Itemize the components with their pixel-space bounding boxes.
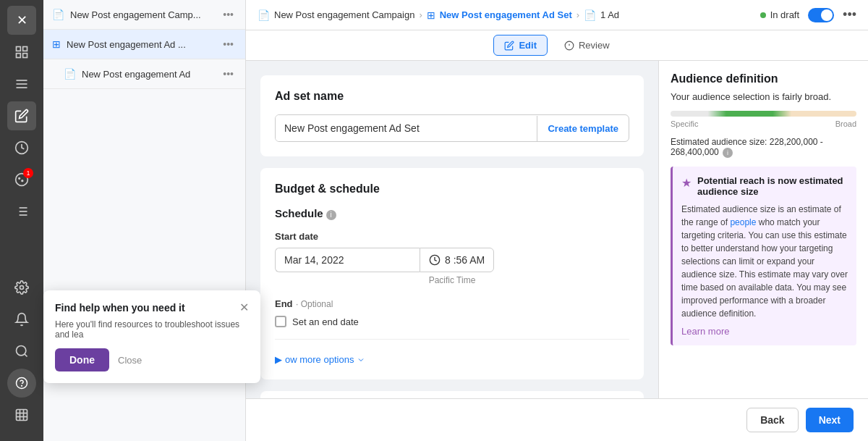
audience-definition-title: Audience definition xyxy=(671,72,856,85)
end-date-checkbox[interactable] xyxy=(275,316,286,327)
help-popup-close-x-button[interactable]: ✕ xyxy=(239,302,249,314)
campaign-item-label: New Post engagement Camp... xyxy=(70,9,214,20)
adset-item-icon: ⊞ xyxy=(52,38,61,50)
budget-schedule-section: Budget & schedule Schedule i Start date … xyxy=(260,168,644,379)
ad-set-name-section: Ad set name Create template xyxy=(260,75,644,156)
campaign-item-icon: 📄 xyxy=(52,9,64,20)
audience-size-text: Estimated audience size: 228,200,000 - 2… xyxy=(671,137,856,158)
people-link[interactable]: people xyxy=(730,217,756,227)
help-popup: Find help when you need it ✕ Here you'll… xyxy=(43,290,260,383)
ad-set-name-input-row: Create template xyxy=(275,114,629,142)
campaign-item-ad[interactable]: 📄 New Post engagement Ad ••• xyxy=(43,59,245,89)
nav-settings-icon[interactable] xyxy=(7,273,36,302)
svg-line-19 xyxy=(25,354,27,357)
help-popup-done-button[interactable]: Done xyxy=(55,348,109,371)
start-date-label: Start date xyxy=(275,231,629,242)
svg-point-17 xyxy=(20,286,24,290)
end-section: End · Optional Set an end date xyxy=(275,297,629,327)
show-more-text: ow more options xyxy=(285,354,354,365)
campaign-item-adset[interactable]: ⊞ New Post engagement Ad ... ••• xyxy=(43,30,245,59)
nav-cookie-icon[interactable]: 1 xyxy=(7,165,36,194)
campaign-item-more[interactable]: ••• xyxy=(220,7,237,22)
potential-reach-card: ★ Potential reach is now estimated audie… xyxy=(671,167,856,345)
meter-labels: Specific Broad xyxy=(671,119,856,128)
status-text: In draft xyxy=(770,9,799,20)
svg-point-10 xyxy=(22,180,23,182)
create-template-button[interactable]: Create template xyxy=(537,116,629,141)
svg-rect-2 xyxy=(17,54,21,58)
nav-help-icon[interactable] xyxy=(7,369,36,398)
breadcrumb-campaign-text: New Post engagement Campaign xyxy=(274,9,414,20)
ad-set-name-title: Ad set name xyxy=(275,90,629,103)
ad-item-more[interactable]: ••• xyxy=(220,67,237,81)
schedule-info-icon[interactable]: i xyxy=(326,210,336,220)
date-time-row: 8 :56 AM xyxy=(275,248,629,272)
start-time-input[interactable]: 8 :56 AM xyxy=(420,248,494,272)
draft-toggle[interactable] xyxy=(808,8,834,22)
show-more-options-button[interactable]: ▶ ow more options xyxy=(275,354,365,365)
ad-item-icon: 📄 xyxy=(64,68,76,80)
svg-point-9 xyxy=(19,178,20,180)
cookie-badge: 1 xyxy=(23,168,33,178)
breadcrumb: 📄 New Post engagement Campaign › ⊞ New P… xyxy=(258,9,619,21)
star-icon: ★ xyxy=(681,176,692,190)
nav-grid-icon[interactable] xyxy=(7,197,36,226)
help-popup-header: Find help when you need it ✕ xyxy=(55,302,249,314)
audience-meter: Specific Broad xyxy=(671,111,856,128)
breadcrumb-ad-icon: 📄 xyxy=(584,9,596,21)
more-options-button[interactable]: ••• xyxy=(843,7,856,22)
nav-table-icon[interactable] xyxy=(7,400,36,429)
help-popup-title: Find help when you need it xyxy=(55,302,185,314)
edit-review-tabs: Edit Review xyxy=(246,30,868,61)
tab-review[interactable]: Review xyxy=(553,35,621,56)
timezone-text: Pacific Time xyxy=(275,275,629,285)
end-date-label: Set an end date xyxy=(292,316,359,327)
end-optional-label: · Optional xyxy=(296,299,333,309)
nav-search-icon[interactable] xyxy=(7,337,36,366)
potential-reach-learn-more[interactable]: Learn more xyxy=(681,326,848,337)
svg-rect-22 xyxy=(17,410,27,421)
breadcrumb-adset-icon: ⊞ xyxy=(427,9,435,21)
help-popup-close-text-button[interactable]: Close xyxy=(118,355,142,366)
nav-bell-icon[interactable] xyxy=(7,305,36,334)
svg-rect-3 xyxy=(23,54,27,58)
show-more-label: ▶ xyxy=(275,354,282,365)
start-date-input[interactable] xyxy=(275,248,420,272)
schedule-label: Schedule xyxy=(275,207,323,219)
svg-rect-1 xyxy=(23,47,27,51)
tab-review-label: Review xyxy=(579,40,610,51)
campaign-item-campaign[interactable]: 📄 New Post engagement Camp... ••• xyxy=(43,0,245,30)
nav-edit-icon[interactable] xyxy=(7,101,36,130)
potential-reach-body: Estimated audience size is an estimate o… xyxy=(681,203,848,320)
next-button[interactable]: Next xyxy=(806,408,854,432)
svg-rect-0 xyxy=(17,47,21,51)
meter-bar xyxy=(671,111,856,117)
adset-item-label: New Post engagement Ad ... xyxy=(67,39,214,50)
audience-size-value: Estimated audience size: 228,200,000 - 2… xyxy=(671,137,823,157)
tab-edit[interactable]: Edit xyxy=(493,35,548,56)
tab-edit-label: Edit xyxy=(519,40,537,51)
ad-item-label: New Post engagement Ad xyxy=(82,69,214,80)
breadcrumb-ad-text: 1 Ad xyxy=(600,9,619,20)
meter-broad-label: Broad xyxy=(835,119,856,128)
nav-menu-icon[interactable] xyxy=(7,70,36,98)
bottom-bar: Back Next xyxy=(246,398,868,441)
sidebar-navigation: ✕ 1 xyxy=(0,0,43,441)
potential-reach-title: Potential reach is now estimated audienc… xyxy=(697,175,848,197)
breadcrumb-separator-2: › xyxy=(576,9,579,20)
ad-set-name-input[interactable] xyxy=(276,115,537,141)
breadcrumb-campaign-icon: 📄 xyxy=(258,9,270,21)
adset-item-more[interactable]: ••• xyxy=(220,37,237,51)
top-bar: 📄 New Post engagement Campaign › ⊞ New P… xyxy=(246,0,868,30)
breadcrumb-separator-1: › xyxy=(419,9,422,20)
nav-recent-icon[interactable] xyxy=(7,133,36,162)
back-button[interactable]: Back xyxy=(746,408,798,432)
right-panel: Audience definition Your audience select… xyxy=(658,61,868,398)
svg-point-18 xyxy=(17,346,26,356)
end-label: End xyxy=(275,298,293,309)
nav-close-button[interactable]: ✕ xyxy=(7,6,36,35)
start-time-value: 8 :56 AM xyxy=(445,254,485,266)
audience-size-info-icon[interactable]: i xyxy=(723,148,733,158)
status-dot xyxy=(760,12,766,18)
nav-home-icon[interactable] xyxy=(7,38,36,67)
